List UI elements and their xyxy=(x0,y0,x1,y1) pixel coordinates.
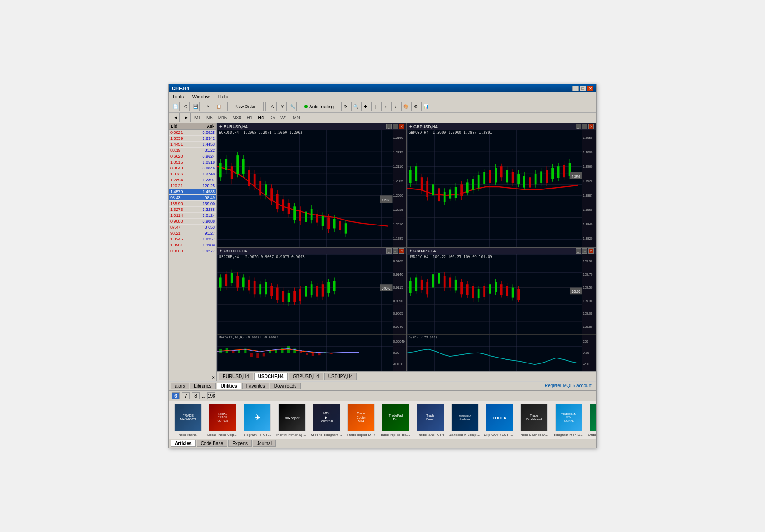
tab-eurusd[interactable]: EURUSD,H4 xyxy=(219,373,253,380)
cross-btn[interactable]: ✚ xyxy=(361,102,370,111)
tf-m5[interactable]: M5 xyxy=(204,115,214,120)
print-btn[interactable]: 🖨 xyxy=(181,102,190,111)
tf-h1[interactable]: H1 xyxy=(245,115,255,120)
zoom-chart-btn[interactable]: 🔍 xyxy=(351,102,360,111)
page-8-btn[interactable]: 8 xyxy=(192,392,200,399)
usdchf-close-btn[interactable]: ✕ xyxy=(399,248,404,254)
mw-row-20[interactable]: 1.39011.3909 xyxy=(169,242,216,248)
gbpusd-maximize-btn[interactable]: □ xyxy=(582,124,587,129)
color-picker-btn[interactable]: 🎨 xyxy=(401,102,410,111)
mw-row-1[interactable]: 0.09210.0925 xyxy=(169,130,216,136)
market-item-janosikfx[interactable]: JanosikFXScalping JanosikFX Scalping... xyxy=(449,404,481,437)
arrow-down-btn[interactable]: ↓ xyxy=(391,102,400,111)
mw-row-6[interactable]: 1.05151.0518 xyxy=(169,159,216,165)
mw-row-17[interactable]: 87.4787.53 xyxy=(169,225,216,230)
market-item-local-copier[interactable]: LOCALTRADECOPIER Local Trade Copier... xyxy=(206,404,239,437)
menu-help[interactable]: Help xyxy=(217,93,230,100)
tf-m1[interactable]: M1 xyxy=(193,115,203,120)
usdjpy-close-btn[interactable]: ✕ xyxy=(588,248,594,254)
ftab-journal[interactable]: Journal xyxy=(253,440,276,447)
tab-usdjpy[interactable]: USDJPY,H4 xyxy=(324,373,357,380)
btab-indicators[interactable]: ators xyxy=(171,383,189,389)
usdjpy-chart-body[interactable]: USDJPY,H4 109.22 109.25 109.09 109.09 xyxy=(407,254,596,335)
save-btn[interactable]: 💾 xyxy=(191,102,200,111)
tf-w1[interactable]: W1 xyxy=(279,115,289,120)
tf-h4[interactable]: H4 xyxy=(256,115,266,120)
mw-row-18[interactable]: 93.2193.27 xyxy=(169,230,216,236)
page-7-btn[interactable]: 7 xyxy=(182,392,190,399)
mw-row-9[interactable]: 1.28941.2897 xyxy=(169,177,216,183)
mw-row-10[interactable]: 120.21120.25 xyxy=(169,183,216,189)
tf-d1[interactable]: D5 xyxy=(267,115,277,120)
mw-row-7[interactable]: 0.80430.8046 xyxy=(169,165,216,171)
market-item-trade-copier[interactable]: TradeCopierMT4 Trade copier MT4 xyxy=(345,404,377,437)
page-6-btn[interactable]: 6 xyxy=(172,392,180,399)
mw-row-4[interactable]: 83.1983.22 xyxy=(169,148,216,153)
mw-row-3[interactable]: 1.44511.4453 xyxy=(169,142,216,148)
market-item-mt4-telegram[interactable]: MT4▶Telegram MT4 to Telegram S... xyxy=(310,404,343,437)
gbpusd-close-btn[interactable]: ✕ xyxy=(588,124,594,129)
btab-utilities[interactable]: Utilities xyxy=(217,383,241,389)
chart-zoom-in-btn[interactable]: A xyxy=(268,102,277,111)
usdchf-chart-body[interactable]: USDCHF,H4 -5.9676 0.9087 0.9073 0.9063 xyxy=(217,254,406,335)
settings-btn[interactable]: ⚙ xyxy=(411,102,420,111)
copy-btn[interactable]: 📋 xyxy=(214,102,223,111)
mw-row-14[interactable]: 1.32761.3288 xyxy=(169,207,216,213)
usdjpy-maximize-btn[interactable]: □ xyxy=(582,248,587,254)
tf-nav-right[interactable]: ▶ xyxy=(182,113,191,122)
mw-row-12[interactable]: 98.4398.49 xyxy=(169,195,216,201)
ftab-experts[interactable]: Experts xyxy=(228,440,252,447)
autotrading-btn[interactable]: AutoTrading xyxy=(301,102,337,111)
eurusd-maximize-btn[interactable]: □ xyxy=(393,124,398,129)
eurusd-close-btn[interactable]: ✕ xyxy=(399,124,404,129)
ftab-codebase[interactable]: Code Base xyxy=(197,440,227,447)
mw-row-15[interactable]: 1.01141.0124 xyxy=(169,213,216,219)
usdchf-maximize-btn[interactable]: □ xyxy=(393,248,398,254)
mw-scrollbar[interactable]: ✕ xyxy=(169,373,216,381)
gbpusd-chart-body[interactable]: GBPUSD,H4 1.3900 1.3900 1.3887 1.3891 xyxy=(407,130,596,247)
menu-tools[interactable]: Tools xyxy=(171,93,185,100)
market-item-trade-manager[interactable]: TRADEMANAGER Trade Mana... xyxy=(172,404,204,437)
chart-tools-btn[interactable]: Y xyxy=(278,102,287,111)
eurusd-chart-body[interactable]: EURUSD,H4 1.2065 1.2071 1.2060 1.2063 xyxy=(217,130,406,247)
mw-row-5[interactable]: 0.66200.9624 xyxy=(169,153,216,159)
mw-row-16[interactable]: 0.90800.9088 xyxy=(169,219,216,225)
market-item-order-manager[interactable]: OrderManager OrderManager MT4 xyxy=(587,404,596,437)
market-item-tradepanel[interactable]: TradePanel TradePanel MT4 xyxy=(414,404,447,437)
minimize-btn[interactable]: _ xyxy=(572,86,579,91)
mw-row-21[interactable]: 0.92690.9277 xyxy=(169,248,216,254)
market-item-copylot[interactable]: COPIER Exp COPYLOT CUE... xyxy=(483,404,516,437)
maximize-btn[interactable]: □ xyxy=(580,86,586,91)
usdjpy-minimize-btn[interactable]: _ xyxy=(576,248,581,254)
mw-row-19[interactable]: 1.82451.8257 xyxy=(169,236,216,242)
tf-nav-left[interactable]: ◀ xyxy=(171,113,180,122)
tf-switch-btn[interactable]: ⟳ xyxy=(341,102,350,111)
btab-favorites[interactable]: Favorites xyxy=(242,383,269,389)
cut-btn[interactable]: ✂ xyxy=(204,102,213,111)
eurusd-minimize-btn[interactable]: _ xyxy=(386,124,392,129)
mw-row-2[interactable]: 1.63391.6342 xyxy=(169,136,216,142)
tab-gbpusd[interactable]: GBPUSD,H4 xyxy=(289,373,323,380)
btab-libraries[interactable]: Libraries xyxy=(190,383,215,389)
menu-window[interactable]: Window xyxy=(191,93,211,100)
market-item-telegram[interactable]: ✈ Telegram To MT4... xyxy=(241,404,274,437)
new-file-btn[interactable]: 📄 xyxy=(171,102,180,111)
gbpusd-minimize-btn[interactable]: _ xyxy=(576,124,581,129)
btab-downloads[interactable]: Downloads xyxy=(270,383,301,389)
market-item-mentfx[interactable]: MII• copier Mentfx Mmanage... xyxy=(275,404,308,437)
tab-usdchf[interactable]: USDCHF,H4 xyxy=(254,373,288,380)
mw-close-btn[interactable]: ✕ xyxy=(212,375,215,380)
chart-settings-btn[interactable]: 🔧 xyxy=(288,102,297,111)
usdchf-minimize-btn[interactable]: _ xyxy=(386,248,392,254)
chart-type-btn[interactable]: 📊 xyxy=(421,102,430,111)
tf-mn[interactable]: MN xyxy=(291,115,302,120)
market-item-telegram-signal[interactable]: TELEGRAMMT4SIGNAL Telegram MT4 Sig... xyxy=(552,404,585,437)
mw-row-8[interactable]: 1.37361.3748 xyxy=(169,171,216,177)
page-198-btn[interactable]: 198 xyxy=(207,392,215,399)
market-item-takepropips[interactable]: TradePadPro TakePropips Trade... xyxy=(379,404,412,437)
close-btn[interactable]: ✕ xyxy=(587,86,593,91)
tf-m15[interactable]: M15 xyxy=(216,115,229,120)
register-mql5-link[interactable]: Register MQL5 account xyxy=(543,383,594,389)
new-order-btn[interactable]: New Order xyxy=(227,102,264,111)
mw-row-13[interactable]: 135.90139.00 xyxy=(169,201,216,207)
